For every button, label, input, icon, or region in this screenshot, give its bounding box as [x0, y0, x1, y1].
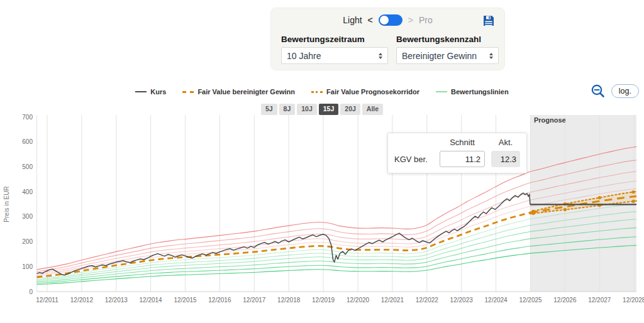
svg-text:12/2017: 12/2017 [243, 297, 266, 304]
field-bewertungszeitraum: Bewertungszeitraum 10 Jahre [281, 35, 388, 64]
bewertungskennzahl-value: Bereinigter Gewinn [402, 51, 477, 61]
chevron-left-icon[interactable]: < [368, 16, 373, 25]
save-button[interactable] [482, 14, 496, 28]
valuation-chart-svg: 010020030040050060070012/201112/201212/2… [0, 110, 644, 314]
y-axis-labels: 0100200300400500600700 [22, 114, 33, 295]
settings-fields: Bewertungszeitraum 10 Jahre Bewertungske… [271, 32, 504, 64]
select-updown-icon [379, 53, 382, 59]
svg-text:12/2028: 12/2028 [623, 297, 644, 304]
svg-text:12/2021: 12/2021 [381, 297, 404, 304]
chart-tools: log. [590, 83, 639, 99]
svg-text:12/2019: 12/2019 [312, 297, 335, 304]
select-updown-icon [489, 53, 493, 59]
svg-text:12/2014: 12/2014 [140, 297, 163, 304]
kgv-panel: Schnitt Akt. KGV ber. 12.3 [387, 133, 527, 173]
svg-text:12/2025: 12/2025 [519, 297, 542, 304]
svg-text:700: 700 [22, 114, 33, 121]
zoom-out-button[interactable] [590, 83, 606, 99]
akt-column-header: Akt. [491, 138, 520, 147]
bewertungszeitraum-label: Bewertungszeitraum [281, 35, 388, 44]
svg-text:0: 0 [29, 288, 33, 295]
bewertungskennzahl-label: Bewertungskennzahl [396, 35, 499, 44]
field-bewertungskennzahl: Bewertungskennzahl Bereinigter Gewinn [396, 35, 499, 64]
svg-text:200: 200 [22, 238, 33, 245]
legend-item-fair-value[interactable]: Fair Value bereinigter Gewinn [182, 88, 295, 96]
prognosekorridor-line-swatch [311, 91, 323, 93]
svg-text:400: 400 [22, 189, 33, 195]
kgv-schnitt-input[interactable] [440, 151, 485, 167]
legend-item-bewertungslinien[interactable]: Bewertungslinien [436, 88, 509, 96]
chart-area[interactable]: 010020030040050060070012/201112/201212/2… [0, 110, 644, 314]
svg-text:12/2011: 12/2011 [36, 297, 58, 304]
svg-text:12/2018: 12/2018 [277, 297, 301, 304]
chevron-right-icon[interactable]: > [408, 16, 413, 25]
legend-label: Bewertungslinien [451, 88, 509, 96]
legend-label: Fair Value Prognosekorridor [326, 88, 419, 96]
legend-item-prognosekorridor[interactable]: Fair Value Prognosekorridor [311, 88, 419, 96]
svg-text:12/2020: 12/2020 [347, 297, 370, 304]
kgv-akt-value: 12.3 [491, 151, 520, 167]
schnitt-column-header: Schnitt [440, 138, 485, 147]
bewertungszeitraum-select[interactable]: 10 Jahre [281, 47, 388, 64]
svg-text:12/2026: 12/2026 [553, 297, 577, 304]
legend-label: Fair Value bereinigter Gewinn [197, 88, 295, 96]
kurs-line-swatch [135, 91, 147, 92]
mode-label-light: Light [343, 15, 362, 25]
toggle-knob [380, 16, 389, 25]
svg-text:300: 300 [22, 213, 33, 220]
svg-text:600: 600 [22, 138, 33, 145]
x-axis-labels: 12/201112/201212/201312/201412/201512/20… [36, 297, 644, 304]
legend-label: Kurs [150, 88, 166, 96]
mode-toggle[interactable] [379, 14, 402, 26]
svg-text:12/2012: 12/2012 [70, 297, 94, 304]
svg-text:500: 500 [22, 163, 33, 170]
prognose-label: Prognose [534, 116, 566, 124]
bewertungslinien-swatch [436, 91, 447, 92]
svg-text:12/2013: 12/2013 [105, 297, 128, 304]
floppy-disk-icon [482, 14, 496, 28]
kgv-row-label: KGV ber. [394, 155, 433, 164]
page: Light < > Pro Bewertungszeitraum [0, 0, 644, 323]
bewertungszeitraum-value: 10 Jahre [287, 51, 321, 61]
bewertungskennzahl-select[interactable]: Bereinigter Gewinn [396, 47, 499, 64]
legend-item-kurs[interactable]: Kurs [135, 88, 166, 96]
svg-text:12/2022: 12/2022 [416, 297, 439, 304]
fair-value-line-swatch [182, 91, 194, 93]
log-scale-button[interactable]: log. [611, 84, 639, 98]
mode-label-pro: Pro [419, 15, 433, 25]
magnifier-minus-icon [590, 83, 606, 99]
y-axis-title: Preis in EUR [3, 186, 10, 222]
svg-text:12/2015: 12/2015 [174, 297, 197, 304]
mode-row: Light < > Pro [271, 8, 504, 32]
svg-text:12/2027: 12/2027 [588, 297, 611, 304]
svg-text:12/2016: 12/2016 [208, 297, 231, 304]
svg-text:100: 100 [22, 263, 33, 270]
settings-panel: Light < > Pro Bewertungszeitraum [270, 8, 505, 70]
svg-text:12/2024: 12/2024 [485, 297, 508, 304]
svg-text:12/2023: 12/2023 [450, 297, 474, 304]
chart-legend: Kurs Fair Value bereinigter Gewinn Fair … [0, 88, 644, 96]
